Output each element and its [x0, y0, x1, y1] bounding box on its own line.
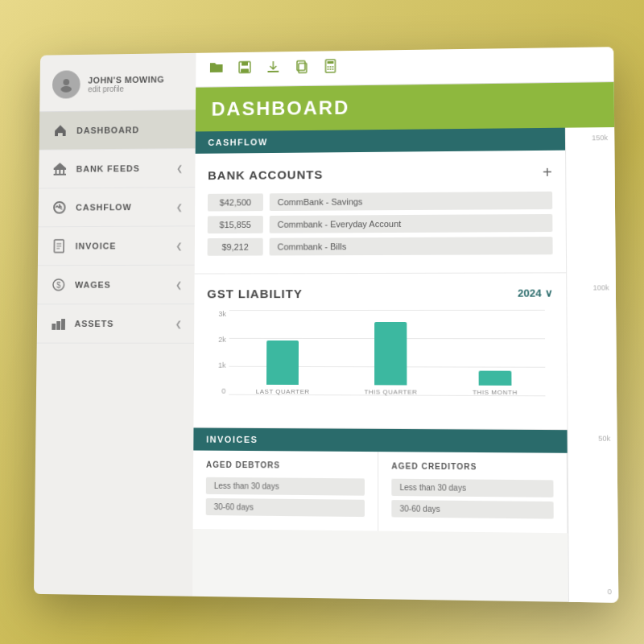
svg-rect-21 [267, 71, 279, 72]
dashboard-header: DASHBOARD [196, 82, 614, 131]
svg-rect-7 [54, 174, 66, 175]
sidebar: JOHN'S MOWING edit profile DASHBOARD [34, 53, 196, 597]
cashflow-y-50k: 50k [572, 435, 614, 444]
aged-debtors-row-2: 30-60 days [206, 498, 365, 517]
svg-rect-3 [56, 170, 57, 174]
bar-this-month-bar [478, 371, 511, 386]
aged-debtors-title: AGED DEBTORS [206, 460, 365, 471]
toolbar [196, 47, 613, 88]
year-selector[interactable]: 2024 ∨ [518, 287, 553, 299]
edit-profile-link[interactable]: edit profile [88, 84, 164, 93]
aged-debtors-row-1: Less than 30 days [206, 477, 365, 496]
account-amount-1: $42,500 [208, 193, 263, 211]
account-row: $42,500 CommBank - Savings [208, 192, 552, 212]
invoices-section-label: INVOICES [206, 435, 258, 444]
cashflow-label: CASHFLOW [76, 202, 168, 212]
svg-text:$: $ [56, 281, 61, 290]
app-container: JOHN'S MOWING edit profile DASHBOARD [34, 47, 618, 602]
account-row: $9,212 Commbank - Bills [208, 237, 553, 256]
y-label-3k: 3k [207, 310, 229, 318]
sidebar-nav: DASHBOARD BANK FEEDS ❮ [34, 110, 196, 597]
svg-rect-20 [241, 68, 249, 72]
save-icon[interactable] [237, 60, 253, 80]
y-label-0: 0 [207, 387, 229, 395]
account-name-2: Commbank - Everyday Account [270, 214, 553, 233]
assets-label: ASSETS [75, 319, 167, 328]
wages-arrow: ❮ [175, 280, 182, 289]
sidebar-item-dashboard[interactable]: DASHBOARD [39, 110, 196, 151]
gst-liability-panel: GST LIABILITY 2024 ∨ 3k 2k 1k 0 [193, 273, 567, 430]
account-name-3: Commbank - Bills [270, 237, 553, 255]
add-account-button[interactable]: + [543, 163, 552, 182]
y-label-2k: 2k [207, 336, 229, 344]
dashboard-label: DASHBOARD [76, 125, 183, 135]
left-panels: CASHFLOW BANK ACCOUNTS + $42,500 CommBan… [192, 128, 568, 602]
sidebar-item-cashflow[interactable]: CASHFLOW ❮ [38, 188, 195, 227]
cashflow-section-label: CASHFLOW [208, 137, 267, 147]
bank-accounts-header: BANK ACCOUNTS + [208, 163, 552, 184]
cashflow-section-bar: CASHFLOW [196, 128, 565, 154]
profile-text: JOHN'S MOWING edit profile [88, 74, 164, 93]
sidebar-item-bank-feeds[interactable]: BANK FEEDS ❮ [39, 149, 196, 189]
copy-icon[interactable] [294, 59, 310, 79]
y-axis: 3k 2k 1k 0 [207, 310, 229, 395]
year-value: 2024 [518, 287, 542, 299]
account-amount-3: $9,212 [208, 238, 263, 256]
content-area: CASHFLOW BANK ACCOUNTS + $42,500 CommBan… [192, 127, 618, 603]
svg-point-31 [332, 68, 333, 70]
gst-chart: 3k 2k 1k 0 [206, 310, 554, 416]
bars-area: LAST QUARTER THIS QUARTER THIS MONTH [229, 310, 545, 396]
cashflow-y-0: 0 [572, 587, 615, 596]
bar-this-quarter-bar [374, 322, 407, 385]
assets-arrow: ❮ [175, 320, 182, 328]
aged-debtors-panel: AGED DEBTORS Less than 30 days 30-60 day… [193, 451, 379, 531]
y-label-1k: 1k [207, 361, 229, 369]
bank-accounts-title: BANK ACCOUNTS [208, 167, 323, 182]
bank-feeds-arrow: ❮ [176, 163, 183, 172]
assets-icon [49, 315, 67, 332]
cashflow-y-100k: 100k [570, 283, 612, 291]
year-arrow-icon: ∨ [545, 287, 553, 299]
wages-label: WAGES [75, 280, 167, 290]
bar-last-quarter-label: LAST QUARTER [256, 388, 310, 395]
svg-point-26 [328, 66, 329, 68]
calculator-icon[interactable] [323, 58, 339, 78]
sidebar-profile[interactable]: JOHN'S MOWING edit profile [39, 53, 196, 112]
sidebar-item-invoice[interactable]: INVOICE ❮ [38, 226, 195, 266]
invoice-arrow: ❮ [175, 242, 182, 250]
invoice-label: INVOICE [76, 241, 168, 250]
cashflow-y-150k: 150k [569, 134, 611, 142]
bar-this-month-label: THIS MONTH [473, 389, 518, 396]
download-icon[interactable] [266, 59, 282, 79]
gst-header: GST LIABILITY 2024 ∨ [207, 287, 553, 301]
bar-this-month: THIS MONTH [473, 371, 518, 397]
svg-point-0 [63, 79, 69, 85]
invoice-icon [51, 237, 68, 255]
svg-marker-6 [54, 163, 67, 168]
home-icon [52, 122, 68, 139]
svg-rect-15 [52, 324, 56, 330]
account-name-1: CommBank - Savings [270, 192, 552, 211]
aged-creditors-row-2: 30-60 days [391, 500, 553, 518]
svg-rect-17 [61, 319, 65, 330]
svg-rect-2 [54, 168, 66, 170]
page-title: DASHBOARD [212, 97, 350, 120]
sidebar-item-wages[interactable]: $ WAGES ❮ [37, 266, 194, 305]
gst-title: GST LIABILITY [207, 287, 303, 300]
sidebar-item-assets[interactable]: ASSETS ❮ [37, 304, 195, 344]
svg-point-1 [60, 86, 72, 93]
company-name: JOHN'S MOWING [88, 74, 164, 85]
svg-rect-4 [59, 170, 60, 174]
svg-rect-19 [242, 62, 248, 66]
svg-point-27 [329, 66, 331, 68]
aged-creditors-panel: AGED CREDITORS Less than 30 days 30-60 d… [378, 452, 568, 533]
account-amount-2: $15,855 [208, 216, 263, 233]
cashflow-arrow: ❮ [176, 202, 183, 211]
bank-accounts-panel: BANK ACCOUNTS + $42,500 CommBank - Savin… [195, 151, 566, 275]
bar-last-quarter: LAST QUARTER [256, 341, 310, 395]
svg-rect-25 [328, 61, 334, 64]
bank-feeds-label: BANK FEEDS [76, 163, 169, 174]
folder-icon[interactable] [208, 60, 225, 80]
cashflow-icon [51, 199, 68, 217]
svg-point-29 [328, 68, 329, 70]
